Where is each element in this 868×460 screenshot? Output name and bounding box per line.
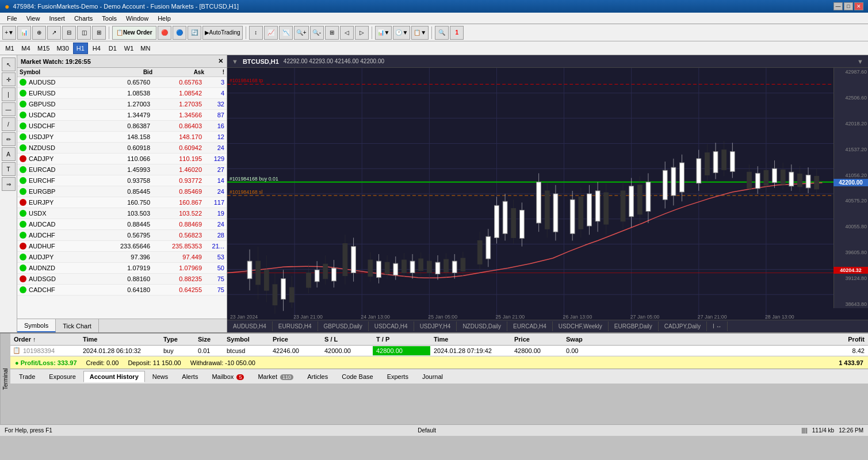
tf-w1[interactable]: W1 <box>121 43 137 54</box>
trend-tool[interactable]: / <box>2 117 16 131</box>
mw-row[interactable]: AUDCHF 0.56795 0.56823 28 <box>17 230 227 241</box>
notif-btn[interactable]: 1 <box>450 26 464 40</box>
chart-canvas[interactable]: #101984168 tp #101984168 buy 0.01 #10198… <box>227 68 868 320</box>
chart-sym-gbpusd[interactable]: GBPUSD,Daily <box>318 321 369 331</box>
mw-row[interactable]: AUDJPY 97.396 97.449 53 <box>17 252 227 263</box>
btn5[interactable]: ◫ <box>77 26 91 40</box>
chart-sym-eurgbp[interactable]: EURGBP,Daily <box>609 321 659 331</box>
tf-h4[interactable]: H4 <box>89 43 104 54</box>
btn8[interactable]: 🔵 <box>173 26 186 40</box>
tab-codebase[interactable]: Code Base <box>335 371 379 382</box>
vertical-tool[interactable]: | <box>2 87 16 101</box>
btn4[interactable]: ⊟ <box>62 26 76 40</box>
btn16[interactable]: 📊▼ <box>375 26 392 40</box>
mw-row[interactable]: USDCHF 0.86387 0.86403 16 <box>17 121 227 132</box>
close-button[interactable]: ✕ <box>854 2 863 10</box>
menu-charts[interactable]: Charts <box>70 14 97 23</box>
menu-insert[interactable]: Insert <box>44 14 70 23</box>
mw-row[interactable]: NZDUSD 0.60918 0.60942 24 <box>17 143 227 154</box>
arrow-tool[interactable]: ⇒ <box>2 177 16 191</box>
tab-alerts[interactable]: Alerts <box>175 371 204 382</box>
market-watch-close[interactable]: ✕ <box>218 57 223 65</box>
tf-d1[interactable]: D1 <box>105 43 120 54</box>
crosshair-tool[interactable]: ✛ <box>2 72 16 86</box>
label-tool[interactable]: T <box>2 162 16 176</box>
terminal-label[interactable]: Terminal <box>0 334 10 424</box>
btn17[interactable]: 📋▼ <box>411 26 429 40</box>
tf-h1[interactable]: H1 <box>73 43 88 54</box>
btn9[interactable]: 🔄 <box>188 26 201 40</box>
tab-journal[interactable]: Journal <box>416 371 449 382</box>
tf-m30[interactable]: M30 <box>53 43 71 54</box>
zoom-out-btn[interactable]: 🔍- <box>310 26 324 40</box>
mw-row[interactable]: AUDNZD 1.07919 1.07969 50 <box>17 263 227 274</box>
btn10[interactable]: ↕ <box>249 26 263 40</box>
search-btn[interactable]: 🔍 <box>435 26 449 40</box>
tab-articles[interactable]: Articles <box>301 371 334 382</box>
mw-row[interactable]: EURCAD 1.45993 1.46020 27 <box>17 164 227 175</box>
chart-sym-usdcad[interactable]: USDCAD,H4 <box>369 321 414 331</box>
new-order-button[interactable]: 📋 New Order <box>112 26 156 40</box>
chart-btn[interactable]: 📊 <box>17 26 31 40</box>
text-tool[interactable]: A <box>2 147 16 161</box>
autotrading-button[interactable]: ▶ AutoTrading <box>202 26 243 40</box>
mw-row[interactable]: AUDUSD 0.65760 0.65763 3 <box>17 77 227 88</box>
mw-tab-tick-chart[interactable]: Tick Chart <box>56 319 99 332</box>
chart-sym-usdchf[interactable]: USDCHF,Weekly <box>553 321 609 331</box>
mw-row[interactable]: USDCAD 1.34479 1.34566 87 <box>17 110 227 121</box>
tab-experts[interactable]: Experts <box>381 371 415 382</box>
tab-exposure[interactable]: Exposure <box>43 371 82 382</box>
mw-row[interactable]: EURCHF 0.93758 0.93772 14 <box>17 175 227 186</box>
mw-row[interactable]: USDJPY 148.158 148.170 12 <box>17 132 227 143</box>
btn3[interactable]: ↗ <box>47 26 61 40</box>
tab-market[interactable]: Market 110 <box>251 371 300 382</box>
chart-sym-eurusd[interactable]: EURUSD,H4 <box>273 321 318 331</box>
draw-tool[interactable]: ✏ <box>2 132 16 146</box>
new-button[interactable]: +▼ <box>2 26 16 40</box>
btn6[interactable]: ⊞ <box>92 26 106 40</box>
menu-window[interactable]: Window <box>121 14 153 23</box>
chart-sym-audusd[interactable]: AUDUSD,H4 <box>227 321 273 331</box>
menu-help[interactable]: Help <box>153 14 175 23</box>
mw-row[interactable]: CADJPY 110.066 110.195 129 <box>17 154 227 164</box>
mw-row[interactable]: AUDHUF 233.65646 235.85353 21... <box>17 241 227 252</box>
tab-news[interactable]: News <box>146 371 175 382</box>
chart-sym-eurcad[interactable]: EURCAD,H4 <box>507 321 553 331</box>
tf-m1[interactable]: M1 <box>2 43 17 54</box>
menu-view[interactable]: View <box>22 14 45 23</box>
chart-sym-usdjpy[interactable]: USDJPY,H4 <box>414 321 457 331</box>
btn13[interactable]: ⊞ <box>325 26 339 40</box>
mw-row[interactable]: EURGBP 0.85445 0.85469 24 <box>17 186 227 197</box>
tf-m15[interactable]: M15 <box>35 43 52 54</box>
btn7[interactable]: 🔴 <box>158 26 171 40</box>
tab-account-history[interactable]: Account History <box>83 371 145 382</box>
mw-tab-symbols[interactable]: Symbols <box>17 319 56 332</box>
chart-sym-cadjpy[interactable]: CADJPY,Daily <box>659 321 707 331</box>
btn12[interactable]: 📉 <box>279 26 293 40</box>
mw-row[interactable]: CADCHF 0.64180 0.64255 75 <box>17 285 227 296</box>
mw-row[interactable]: EURJPY 160.750 160.867 117 <box>17 197 227 208</box>
mw-row[interactable]: USDX 103.503 103.522 19 <box>17 208 227 219</box>
minimize-button[interactable]: — <box>833 2 843 10</box>
chart-sym-more[interactable]: I ↔ <box>707 321 728 331</box>
btn11[interactable]: 📈 <box>264 26 278 40</box>
menu-tools[interactable]: Tools <box>97 14 121 23</box>
mw-row[interactable]: GBPUSD 1.27003 1.27035 32 <box>17 99 227 110</box>
cursor-tool[interactable]: ↖ <box>2 57 16 71</box>
tf-m4[interactable]: M4 <box>18 43 33 54</box>
mw-row[interactable]: AUDCAD 0.88445 0.88469 24 <box>17 219 227 230</box>
maximize-button[interactable]: □ <box>844 2 853 10</box>
mw-row[interactable]: EURUSD 1.08538 1.08542 4 <box>17 88 227 99</box>
clock-btn[interactable]: 🕐▼ <box>393 26 410 40</box>
tab-mailbox[interactable]: Mailbox 5 <box>205 371 250 382</box>
tab-trade[interactable]: Trade <box>13 371 41 382</box>
tf-mn[interactable]: MN <box>137 43 153 54</box>
chart-sym-nzdusd[interactable]: NZDUSD,Daily <box>457 321 507 331</box>
hline-tool[interactable]: — <box>2 102 16 116</box>
menu-file[interactable]: File <box>2 14 22 23</box>
btn14[interactable]: ◁ <box>340 26 354 40</box>
zoom-in-btn[interactable]: 🔍+ <box>294 26 309 40</box>
mw-row[interactable]: AUDSGD 0.88160 0.88235 75 <box>17 274 227 285</box>
btn15[interactable]: ▷ <box>355 26 369 40</box>
btn2[interactable]: ⊕ <box>32 26 46 40</box>
